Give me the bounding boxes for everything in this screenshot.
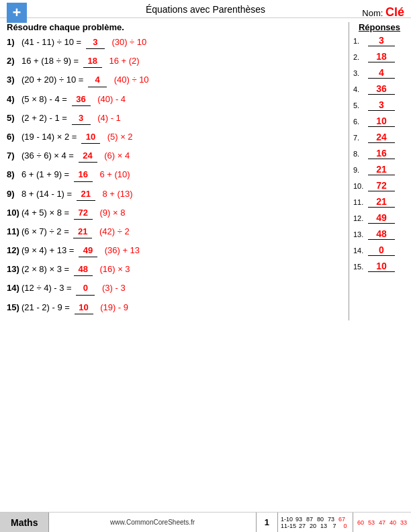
answer-num-2: 2. — [353, 53, 368, 61]
stat-val-27: 27 — [298, 523, 307, 529]
header: + Équations avec Parenthèses Nom: Clé — [0, 0, 411, 18]
problem-row-15: 15) (21 - 2) - 9 = 10 (19) - 9 — [7, 302, 343, 314]
answer-row-14: 14. 0 — [353, 245, 406, 256]
prob-answer-8: 16 — [74, 169, 93, 181]
footer-maths-label: Maths — [0, 513, 49, 532]
prob-simplified-5: (4) - 1 — [97, 113, 121, 123]
prob-text-2: 16 + (18 ÷ 9) = 18 16 + (2) — [21, 55, 343, 68]
answer-row-4: 4. 36 — [353, 83, 406, 95]
prob-simplified-12: (36) + 13 — [105, 245, 140, 255]
answer-num-14: 14. — [353, 247, 368, 255]
stat-val-93: 93 — [294, 516, 304, 523]
prob-num-9: 9) — [7, 188, 21, 200]
footer: Maths www.CommonCoreSheets.fr 1 1-10 93 … — [0, 512, 411, 532]
answer-row-9: 9. 21 — [353, 164, 406, 175]
footer-stats: 1-10 93 87 80 73 67 11-15 27 20 13 7 0 — [278, 513, 353, 532]
problem-row-11: 11) (6 × 7) ÷ 2 = 21 (42) ÷ 2 — [7, 226, 343, 238]
prob-answer-14: 0 — [76, 282, 95, 295]
prob-text-6: (19 - 14) × 2 = 10 (5) × 2 — [21, 131, 343, 144]
prob-num-11: 11) — [7, 226, 21, 238]
answer-row-10: 10. 72 — [353, 180, 406, 191]
answer-val-1: 3 — [368, 35, 395, 46]
stat-val-80: 80 — [316, 516, 325, 523]
prob-num-4: 4) — [7, 93, 21, 105]
answer-val-12: 49 — [368, 212, 395, 224]
prob-text-15: (21 - 2) - 9 = 10 (19) - 9 — [21, 302, 343, 314]
nom-field: Nom: Clé — [362, 5, 404, 19]
prob-simplified-4: (40) - 4 — [97, 94, 126, 104]
stat-red-53: 53 — [367, 519, 376, 526]
stat-val-0: 0 — [340, 523, 350, 529]
answer-num-15: 15. — [353, 263, 368, 271]
problem-row-1: 1) (41 - 11) ÷ 10 = 3 (30) ÷ 10 — [7, 36, 343, 49]
prob-text-13: (2 × 8) × 3 = 48 (16) × 3 — [21, 263, 343, 276]
answer-val-15: 10 — [368, 261, 395, 272]
problem-row-4: 4) (5 × 8) - 4 = 36 (40) - 4 — [7, 93, 343, 106]
prob-simplified-11: (42) ÷ 2 — [99, 226, 130, 236]
answer-row-13: 13. 48 — [353, 228, 406, 240]
prob-num-6: 6) — [7, 131, 21, 143]
problems-container: 1) (41 - 11) ÷ 10 = 3 (30) ÷ 10 2) 16 + … — [7, 36, 343, 314]
stat-label-1: 1-10 — [281, 516, 293, 523]
logo-icon: + — [7, 3, 27, 23]
stat-val-87: 87 — [305, 516, 314, 523]
answer-row-1: 1. 3 — [353, 35, 406, 46]
answers-container: 1. 3 2. 18 3. 4 4. 36 5. 3 6. 10 7. 24 8… — [353, 35, 406, 272]
answer-num-1: 1. — [353, 37, 368, 45]
prob-text-4: (5 × 8) - 4 = 36 (40) - 4 — [21, 93, 343, 106]
answer-num-12: 12. — [353, 214, 368, 222]
prob-text-8: 6 + (1 + 9) = 16 6 + (10) — [21, 169, 343, 181]
prob-text-5: (2 + 2) - 1 = 3 (4) - 1 — [21, 112, 343, 125]
answer-row-11: 11. 21 — [353, 196, 406, 208]
answer-val-14: 0 — [368, 245, 395, 256]
stat-label-2: 11-15 — [281, 523, 296, 529]
stat-red-row-1: 60 53 47 40 33 — [356, 519, 408, 526]
prob-simplified-2: 16 + (2) — [109, 56, 139, 66]
answer-num-9: 9. — [353, 166, 368, 174]
prob-text-10: (4 + 5) × 8 = 72 (9) × 8 — [21, 207, 343, 220]
answers-header: Réponses — [353, 22, 406, 32]
instruction: Résoudre chaque problème. — [7, 22, 343, 32]
answer-val-13: 48 — [368, 228, 395, 240]
prob-num-5: 5) — [7, 112, 21, 124]
answer-row-15: 15. 10 — [353, 261, 406, 272]
prob-num-3: 3) — [7, 74, 21, 86]
stat-val-13: 13 — [319, 523, 328, 529]
stat-row-1: 1-10 93 87 80 73 67 — [281, 516, 350, 523]
stat-val-73: 73 — [326, 516, 336, 523]
prob-num-13: 13) — [7, 263, 21, 275]
answer-val-4: 36 — [368, 83, 395, 95]
answer-val-9: 21 — [368, 164, 395, 175]
stat-row-2: 11-15 27 20 13 7 0 — [281, 523, 350, 529]
prob-answer-7: 24 — [79, 150, 97, 163]
answer-val-3: 4 — [368, 67, 395, 79]
prob-answer-3: 4 — [88, 74, 107, 87]
answer-row-3: 3. 4 — [353, 67, 406, 79]
answer-num-5: 5. — [353, 101, 368, 109]
answer-val-10: 72 — [368, 180, 395, 191]
prob-simplified-9: 8 + (13) — [102, 189, 132, 199]
answer-row-5: 5. 3 — [353, 99, 406, 111]
answer-num-13: 13. — [353, 230, 368, 238]
prob-answer-5: 3 — [72, 112, 91, 125]
prob-answer-2: 18 — [83, 55, 102, 68]
page-title: Équations avec Parenthèses — [146, 4, 265, 15]
footer-page: 1 — [256, 513, 278, 532]
answer-row-7: 7. 24 — [353, 132, 406, 143]
problem-row-2: 2) 16 + (18 ÷ 9) = 18 16 + (2) — [7, 55, 343, 68]
problem-row-5: 5) (2 + 2) - 1 = 3 (4) - 1 — [7, 112, 343, 125]
answer-row-2: 2. 18 — [353, 51, 406, 62]
answer-num-4: 4. — [353, 85, 368, 93]
prob-text-11: (6 × 7) ÷ 2 = 21 (42) ÷ 2 — [21, 226, 343, 238]
answer-num-10: 10. — [353, 182, 368, 190]
stat-red-60: 60 — [356, 519, 365, 526]
stat-val-67: 67 — [337, 516, 347, 523]
prob-simplified-1: (30) ÷ 10 — [111, 37, 146, 47]
answer-row-8: 8. 16 — [353, 148, 406, 159]
answer-num-6: 6. — [353, 118, 368, 126]
answer-val-8: 16 — [368, 148, 395, 159]
prob-simplified-3: (40) ÷ 10 — [114, 75, 149, 85]
problem-row-9: 9) 8 + (14 - 1) = 21 8 + (13) — [7, 188, 343, 201]
prob-num-14: 14) — [7, 282, 21, 294]
answer-val-5: 3 — [368, 99, 395, 111]
